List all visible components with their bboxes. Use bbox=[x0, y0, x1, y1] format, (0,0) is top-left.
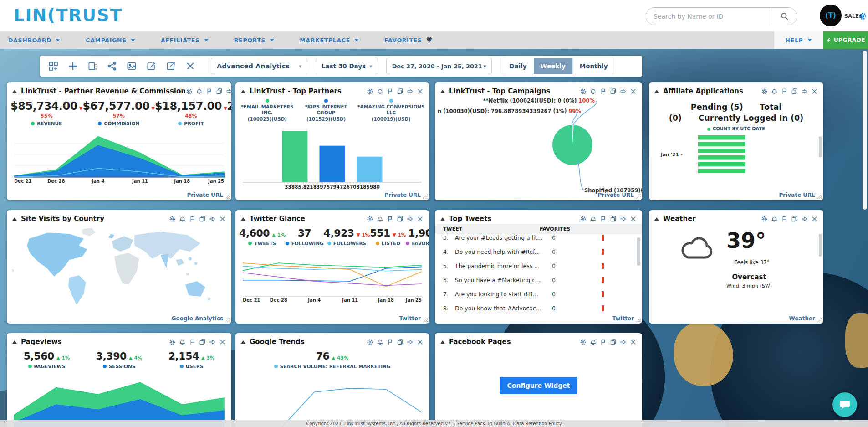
clone-icon[interactable] bbox=[610, 339, 617, 345]
resize-handle-icon[interactable] bbox=[817, 194, 822, 199]
nav-item-campaigns[interactable]: CAMPAIGNS bbox=[86, 37, 135, 44]
collapse-widget-button[interactable] bbox=[440, 217, 445, 221]
avatar[interactable]: (T) bbox=[820, 5, 842, 26]
alerts-icon[interactable] bbox=[377, 88, 383, 95]
resize-handle-icon[interactable] bbox=[817, 317, 822, 323]
alerts-icon[interactable] bbox=[590, 216, 597, 222]
tweet-row[interactable]: 5.The pandemic more or less ...0 bbox=[435, 259, 642, 273]
clone-icon[interactable] bbox=[791, 216, 798, 222]
widget-footer-link[interactable]: Weather bbox=[789, 315, 815, 322]
clone-icon[interactable] bbox=[397, 339, 403, 345]
clone-icon[interactable] bbox=[199, 339, 206, 345]
move-icon[interactable] bbox=[407, 88, 414, 95]
flag-icon[interactable] bbox=[600, 88, 607, 95]
settings-icon[interactable] bbox=[580, 216, 587, 222]
flag-icon[interactable] bbox=[781, 216, 788, 222]
date-range-picker[interactable]: Dec 27, 2020 - Jan 25, 2021 ▾ bbox=[386, 58, 492, 74]
widget-footer-link[interactable]: Private URL bbox=[187, 192, 223, 198]
collapse-widget-button[interactable] bbox=[440, 90, 445, 93]
move-icon[interactable] bbox=[407, 216, 414, 222]
tweet-row[interactable]: 4.Do you need help with #Ref...0 bbox=[435, 245, 642, 259]
alerts-icon[interactable] bbox=[590, 339, 597, 345]
move-icon[interactable] bbox=[801, 216, 808, 222]
linktrust-logo[interactable]: LIN(TRUST bbox=[14, 5, 123, 25]
move-icon[interactable] bbox=[226, 88, 231, 95]
collapse-widget-button[interactable] bbox=[12, 217, 17, 221]
collapse-widget-button[interactable] bbox=[654, 217, 659, 221]
flag-icon[interactable] bbox=[387, 88, 393, 95]
alerts-icon[interactable] bbox=[771, 216, 778, 222]
widget-footer-link[interactable]: Twitter bbox=[399, 315, 421, 322]
close-icon[interactable] bbox=[630, 216, 637, 222]
gear-icon[interactable] bbox=[858, 12, 867, 21]
widget-scrollbar[interactable] bbox=[819, 136, 822, 157]
settings-icon[interactable] bbox=[169, 216, 176, 222]
clone-icon[interactable] bbox=[791, 88, 798, 95]
move-icon[interactable] bbox=[620, 339, 627, 345]
widget-scrollbar[interactable] bbox=[637, 237, 640, 266]
nav-item-affiliates[interactable]: AFFILIATES bbox=[161, 37, 209, 44]
alerts-icon[interactable] bbox=[377, 216, 383, 222]
move-icon[interactable] bbox=[209, 339, 216, 345]
close-icon[interactable] bbox=[219, 216, 226, 222]
granularity-weekly-button[interactable]: Weekly bbox=[534, 58, 572, 74]
settings-icon[interactable] bbox=[761, 88, 768, 95]
granularity-daily-button[interactable]: Daily bbox=[502, 58, 533, 74]
widget-scrollbar[interactable] bbox=[819, 234, 822, 257]
date-range-preset-select[interactable]: Last 30 Days ▾ bbox=[316, 58, 378, 74]
widget-footer-link[interactable]: Twitter bbox=[612, 315, 634, 322]
move-icon[interactable] bbox=[407, 339, 414, 345]
granularity-monthly-button[interactable]: Monthly bbox=[572, 58, 615, 74]
share-icon[interactable] bbox=[107, 61, 117, 71]
settings-icon[interactable] bbox=[169, 339, 176, 345]
flag-icon[interactable] bbox=[387, 339, 393, 345]
clone-icon[interactable] bbox=[610, 88, 617, 95]
close-icon[interactable] bbox=[417, 216, 424, 222]
tweet-row[interactable]: 7.Are you looking to start diff...0 bbox=[435, 287, 642, 301]
settings-icon[interactable] bbox=[367, 88, 373, 95]
widget-footer-link[interactable]: Private URL bbox=[779, 192, 815, 198]
flag-icon[interactable] bbox=[600, 216, 607, 222]
settings-icon[interactable] bbox=[580, 339, 587, 345]
dashboard-select[interactable]: Advanced Analytics ▾ bbox=[211, 58, 307, 74]
collapse-widget-button[interactable] bbox=[12, 90, 17, 93]
clone-icon[interactable] bbox=[216, 88, 223, 95]
layout-grid-icon[interactable] bbox=[48, 61, 58, 71]
snapshot-icon[interactable] bbox=[127, 61, 137, 71]
configure-widget-button[interactable]: Configure Widget bbox=[500, 377, 578, 394]
collapse-widget-button[interactable] bbox=[440, 340, 445, 344]
tweet-row[interactable]: 6.So you have a #Marketing c...0 bbox=[435, 273, 642, 287]
export-icon[interactable] bbox=[166, 61, 176, 71]
settings-icon[interactable] bbox=[580, 88, 587, 95]
close-icon[interactable] bbox=[219, 339, 226, 345]
close-icon[interactable] bbox=[811, 216, 818, 222]
move-icon[interactable] bbox=[620, 216, 627, 222]
alerts-icon[interactable] bbox=[179, 216, 186, 222]
clone-icon[interactable] bbox=[397, 88, 403, 95]
close-icon[interactable] bbox=[630, 339, 637, 345]
clone-icon[interactable] bbox=[397, 216, 403, 222]
collapse-widget-button[interactable] bbox=[241, 340, 245, 344]
resize-handle-icon[interactable] bbox=[423, 317, 428, 323]
resize-handle-icon[interactable] bbox=[636, 194, 641, 199]
close-icon[interactable] bbox=[417, 88, 424, 95]
search-button[interactable] bbox=[772, 8, 797, 25]
close-icon[interactable] bbox=[417, 339, 424, 345]
data-retention-policy-link[interactable]: Data Retention Policy bbox=[513, 421, 562, 426]
move-icon[interactable] bbox=[209, 216, 216, 222]
settings-icon[interactable] bbox=[186, 88, 193, 95]
search-input[interactable] bbox=[646, 8, 772, 25]
alerts-icon[interactable] bbox=[771, 88, 778, 95]
resize-handle-icon[interactable] bbox=[636, 317, 641, 323]
chat-bubble-button[interactable] bbox=[832, 392, 857, 417]
nav-item-marketplace[interactable]: MARKETPLACE bbox=[300, 37, 359, 44]
widget-footer-link[interactable]: Private URL bbox=[385, 192, 421, 198]
move-icon[interactable] bbox=[801, 88, 808, 95]
flag-icon[interactable] bbox=[189, 339, 196, 345]
resize-handle-icon[interactable] bbox=[225, 317, 230, 323]
collapse-widget-button[interactable] bbox=[12, 340, 17, 344]
alerts-icon[interactable] bbox=[196, 88, 203, 95]
move-icon[interactable] bbox=[620, 88, 627, 95]
alerts-icon[interactable] bbox=[179, 339, 186, 345]
edit-dashboard-icon[interactable] bbox=[146, 61, 156, 71]
